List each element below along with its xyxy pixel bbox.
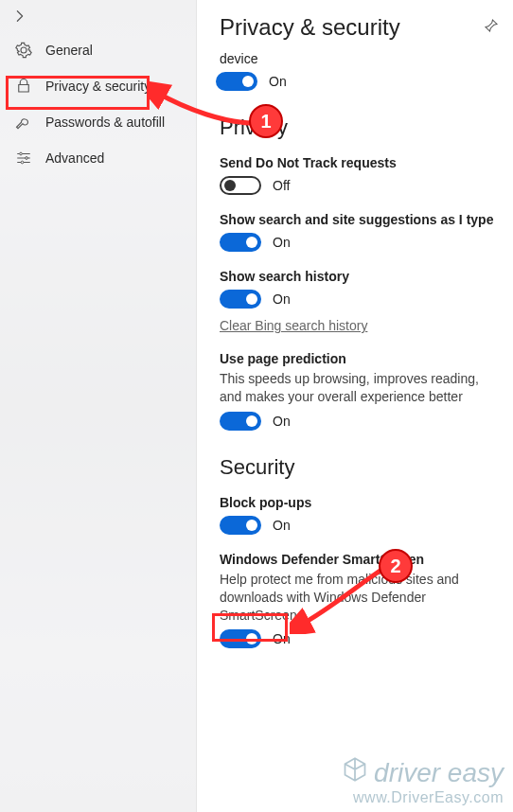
sidebar: General Privacy & security Passwords & a…	[0, 0, 197, 812]
setting-title: Use page prediction	[220, 351, 509, 366]
section-heading-security: Security	[220, 455, 509, 480]
sidebar-item-label: Advanced	[45, 150, 104, 166]
prev-toggle-label: On	[269, 74, 287, 89]
pin-icon	[483, 21, 500, 37]
prev-toggle[interactable]	[216, 72, 257, 91]
sliders-icon	[15, 150, 32, 167]
setting-title: Block pop-ups	[220, 495, 509, 510]
toggle-label: On	[273, 631, 291, 646]
gear-icon	[15, 42, 32, 59]
svg-point-0	[20, 152, 23, 155]
nav-back-button[interactable]	[0, 6, 196, 32]
svg-point-1	[26, 157, 28, 160]
prev-section-tail: device	[220, 51, 513, 66]
pin-button[interactable]	[479, 13, 504, 42]
setting-desc: Help protect me from malicious sites and…	[220, 571, 504, 625]
main-panel: Privacy & security device On Privacy Sen…	[197, 0, 513, 812]
sidebar-item-advanced[interactable]: Advanced	[0, 140, 196, 176]
prediction-toggle[interactable]	[220, 412, 261, 431]
setting-title: Show search and site suggestions as I ty…	[220, 212, 509, 227]
dnt-toggle[interactable]	[220, 176, 261, 195]
setting-title: Show search history	[220, 269, 509, 284]
setting-prediction: Use page prediction This speeds up brows…	[220, 351, 509, 431]
history-toggle[interactable]	[220, 290, 261, 309]
setting-smartscreen: Windows Defender SmartScreen Help protec…	[220, 552, 509, 649]
toggle-label: On	[273, 291, 291, 307]
chevron-right-icon	[13, 9, 27, 23]
page-title: Privacy & security	[220, 14, 400, 41]
section-heading-privacy: Privacy	[220, 115, 509, 140]
key-icon	[15, 114, 32, 131]
toggle-label: On	[273, 235, 291, 250]
suggestions-toggle[interactable]	[220, 233, 261, 252]
sidebar-item-passwords[interactable]: Passwords & autofill	[0, 104, 196, 140]
sidebar-item-label: Privacy & security	[45, 79, 150, 94]
setting-desc: This speeds up browsing, improves readin…	[220, 370, 504, 406]
svg-point-2	[21, 161, 24, 164]
sidebar-item-privacy-security[interactable]: Privacy & security	[0, 68, 196, 104]
toggle-label: On	[273, 414, 291, 429]
toggle-label: On	[273, 518, 291, 533]
setting-dnt: Send Do Not Track requests Off	[220, 155, 509, 195]
lock-icon	[15, 78, 32, 95]
setting-title: Windows Defender SmartScreen	[220, 552, 509, 567]
sidebar-item-label: Passwords & autofill	[45, 115, 165, 130]
toggle-label: Off	[273, 178, 290, 193]
sidebar-item-label: General	[45, 43, 93, 58]
sidebar-item-general[interactable]: General	[0, 32, 196, 68]
setting-history: Show search history On Clear Bing search…	[220, 269, 509, 334]
setting-suggestions: Show search and site suggestions as I ty…	[220, 212, 509, 252]
popups-toggle[interactable]	[220, 516, 261, 535]
setting-block-popups: Block pop-ups On	[220, 495, 509, 535]
smartscreen-toggle[interactable]	[220, 629, 261, 648]
clear-history-link[interactable]: Clear Bing search history	[220, 318, 367, 333]
setting-title: Send Do Not Track requests	[220, 155, 509, 170]
